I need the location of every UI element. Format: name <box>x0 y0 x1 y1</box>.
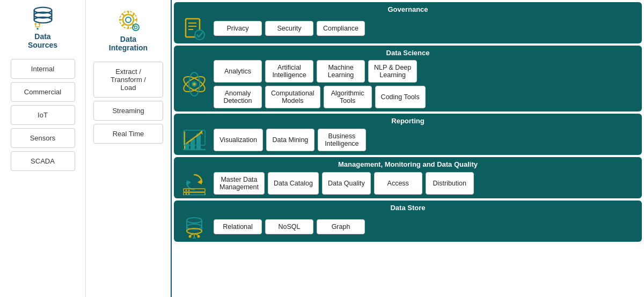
governance-cards: Privacy Security Compliance <box>214 21 638 36</box>
card-coding-tools[interactable]: Coding Tools <box>375 86 426 108</box>
chart-icon <box>182 128 206 152</box>
svg-point-63 <box>197 235 200 238</box>
source-scada[interactable]: SCADA <box>11 151 75 171</box>
management-icon-svg <box>181 172 207 195</box>
card-business-intelligence[interactable]: Business Intelligence <box>318 129 366 151</box>
card-data-catalog[interactable]: Data Catalog <box>268 172 319 195</box>
data-store-title: Data Store <box>178 204 638 212</box>
data-store-section: Data Store <box>174 201 642 242</box>
svg-rect-37 <box>185 143 189 150</box>
card-graph[interactable]: Graph <box>317 219 365 234</box>
card-nlp-deep-learning[interactable]: NLP & Deep Learning <box>368 60 417 83</box>
card-visualization[interactable]: Visualization <box>214 129 263 151</box>
data-integration-panel: Data Integration Extract / Transform / L… <box>86 0 172 297</box>
card-data-quality[interactable]: Data Quality <box>322 172 371 195</box>
card-machine-learning[interactable]: Machine Learning <box>317 60 365 83</box>
card-analytics[interactable]: Analytics <box>214 60 262 83</box>
svg-point-53 <box>187 218 202 223</box>
card-master-data-management[interactable]: Master Data Management <box>214 172 265 195</box>
svg-point-52 <box>188 193 190 195</box>
data-store-icon <box>178 215 210 239</box>
data-science-section: Data Science Analytics Artificial Intell… <box>174 46 642 112</box>
governance-icon <box>178 17 210 40</box>
data-sources-icon-area: Data Sources <box>28 5 57 54</box>
integration-streaming[interactable]: Streaming <box>93 101 163 121</box>
database-icon <box>30 5 56 32</box>
svg-point-25 <box>133 24 139 31</box>
card-relational[interactable]: Relational <box>214 219 262 234</box>
reporting-title: Reporting <box>178 117 638 125</box>
card-distribution[interactable]: Distribution <box>426 172 474 195</box>
svg-marker-46 <box>187 180 191 185</box>
governance-title: Governance <box>178 5 638 13</box>
reporting-icon <box>178 128 210 152</box>
document-check-icon <box>182 17 206 40</box>
data-science-content: Analytics Artificial Intelligence Machin… <box>178 60 638 108</box>
management-title: Management, Monitoring and Data Quality <box>178 160 638 168</box>
card-compliance[interactable]: Compliance <box>317 21 365 36</box>
main-content-area: Governance Privacy Security Compliance <box>172 0 644 297</box>
datastore-icon <box>182 215 206 239</box>
reporting-content: Visualization Data Mining Business Intel… <box>178 128 638 152</box>
management-icon <box>178 172 210 195</box>
card-computational-models[interactable]: Computational Models <box>265 86 320 108</box>
gear-icon <box>114 5 143 35</box>
data-science-title: Data Science <box>178 49 638 57</box>
card-artificial-intelligence[interactable]: Artificial Intelligence <box>265 60 313 83</box>
svg-point-51 <box>186 193 187 195</box>
card-nosql[interactable]: NoSQL <box>265 219 313 234</box>
governance-section: Governance Privacy Security Compliance <box>174 2 642 43</box>
data-sources-title: Data Sources <box>28 32 57 49</box>
governance-content: Privacy Security Compliance <box>178 17 638 40</box>
data-integration-title: Data Integration <box>109 35 148 52</box>
atom-icon <box>181 71 208 98</box>
svg-point-49 <box>188 190 190 191</box>
data-integration-icon-area: Data Integration <box>109 5 148 56</box>
source-internal[interactable]: Internal <box>11 59 75 79</box>
card-security[interactable]: Security <box>265 21 313 36</box>
svg-marker-45 <box>197 179 202 184</box>
svg-point-48 <box>186 190 187 191</box>
card-algorithmic-tools[interactable]: Algorithmic Tools <box>324 86 372 108</box>
management-section: Management, Monitoring and Data Quality <box>174 157 642 198</box>
svg-point-36 <box>193 83 196 86</box>
svg-point-62 <box>189 235 192 238</box>
card-anomaly-detection[interactable]: Anomaly Detection <box>214 86 262 108</box>
card-data-mining[interactable]: Data Mining <box>266 129 314 151</box>
svg-point-13 <box>36 28 39 30</box>
source-iot[interactable]: IoT <box>11 105 75 125</box>
source-commercial[interactable]: Commercial <box>11 82 75 102</box>
card-privacy[interactable]: Privacy <box>214 21 262 36</box>
svg-point-64 <box>193 237 196 239</box>
data-store-cards: Relational NoSQL Graph <box>214 219 638 234</box>
svg-point-14 <box>123 14 134 25</box>
source-sensors[interactable]: Sensors <box>11 128 75 148</box>
svg-point-26 <box>134 26 137 29</box>
data-sources-panel: Data Sources Internal Commercial IoT Sen… <box>0 0 86 297</box>
data-store-content: Relational NoSQL Graph <box>178 215 638 239</box>
svg-point-24 <box>126 17 131 23</box>
integration-realtime[interactable]: Real Time <box>93 124 163 144</box>
management-cards: Master Data Management Data Catalog Data… <box>214 172 638 195</box>
card-access[interactable]: Access <box>374 172 422 195</box>
data-science-rows: Analytics Artificial Intelligence Machin… <box>214 60 638 108</box>
reporting-cards: Visualization Data Mining Business Intel… <box>214 129 638 151</box>
management-content: Master Data Management Data Catalog Data… <box>178 172 638 195</box>
data-science-row2: Anomaly Detection Computational Models A… <box>214 86 638 108</box>
data-science-row1: Analytics Artificial Intelligence Machin… <box>214 60 638 83</box>
reporting-section: Reporting Visualization <box>174 114 642 155</box>
integration-etl[interactable]: Extract / Transform / Load <box>93 62 163 98</box>
data-science-icon <box>178 71 210 98</box>
